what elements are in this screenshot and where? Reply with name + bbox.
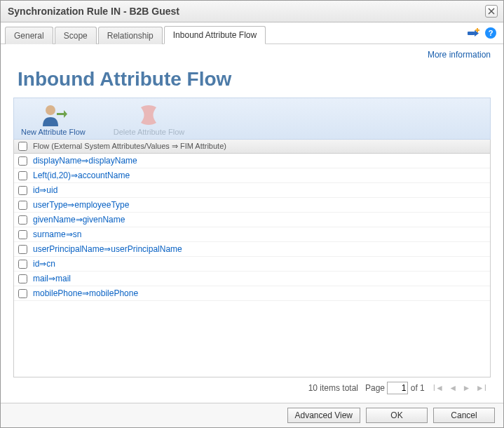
- table-row: givenName⇒givenName: [14, 213, 490, 227]
- last-page-icon[interactable]: ►I: [476, 383, 486, 393]
- close-icon: [488, 8, 495, 15]
- table-row: displayName⇒displayName: [14, 154, 490, 168]
- tab-general[interactable]: General: [5, 27, 53, 44]
- row-checkbox[interactable]: [18, 260, 27, 269]
- toolbar-right-icons: ?: [467, 27, 498, 39]
- table-row: id⇒cn: [14, 257, 490, 272]
- flow-link[interactable]: mail⇒mail: [33, 274, 71, 283]
- prev-page-icon[interactable]: ◄: [449, 383, 457, 393]
- more-info-row: More information: [1, 44, 503, 60]
- dialog-footer: Advanced View OK Cancel: [1, 403, 503, 427]
- tab-inbound-attribute-flow[interactable]: Inbound Attribute Flow: [164, 26, 266, 44]
- table-row: surname⇒sn: [14, 227, 490, 242]
- advanced-view-button[interactable]: Advanced View: [287, 408, 361, 423]
- table-row: mail⇒mail: [14, 272, 490, 286]
- add-icon[interactable]: [467, 28, 481, 38]
- delete-attribute-flow-label: Delete Attribute Flow: [114, 128, 185, 136]
- flow-link[interactable]: Left(id,20)⇒accountName: [33, 170, 130, 180]
- flow-link[interactable]: userType⇒employeeType: [33, 200, 129, 210]
- table-row: userPrincipalName⇒userPrincipalName: [14, 242, 490, 257]
- table-row: mobilePhone⇒mobilePhone: [14, 286, 490, 301]
- window-title: Synchronization Rule IN - B2B Guest: [8, 6, 179, 17]
- page-label: Page: [365, 383, 385, 393]
- page-heading: Inbound Attribute Flow: [13, 60, 491, 98]
- pager-nav: I◄ ◄ ► ►I: [432, 383, 488, 393]
- table-row: Left(id,20)⇒accountName: [14, 168, 490, 183]
- page-of-text: of 1: [411, 383, 425, 393]
- column-header-flow: Flow (External System Attributes/Values …: [33, 142, 226, 151]
- row-checkbox[interactable]: [18, 215, 27, 225]
- close-button[interactable]: [485, 5, 498, 18]
- flow-link[interactable]: displayName⇒displayName: [33, 156, 137, 166]
- more-information-link[interactable]: More information: [428, 50, 491, 60]
- tab-scope[interactable]: Scope: [55, 27, 97, 44]
- cancel-button[interactable]: Cancel: [433, 408, 495, 423]
- delete-x-icon: [137, 102, 161, 128]
- flow-link[interactable]: id⇒cn: [33, 259, 55, 269]
- flow-link[interactable]: id⇒uid: [33, 185, 57, 195]
- select-all-checkbox[interactable]: [18, 142, 27, 151]
- row-checkbox[interactable]: [18, 186, 27, 195]
- page-input[interactable]: [387, 382, 408, 394]
- flow-link[interactable]: givenName⇒givenName: [33, 215, 125, 225]
- next-page-icon[interactable]: ►: [463, 383, 471, 393]
- tabbar-row: General Scope Relationship Inbound Attri…: [1, 22, 503, 44]
- new-attribute-flow-button[interactable]: New Attribute Flow: [21, 102, 86, 136]
- svg-rect-4: [475, 29, 479, 31]
- table-body: displayName⇒displayName Left(id,20)⇒acco…: [13, 154, 491, 377]
- flow-link[interactable]: mobilePhone⇒mobilePhone: [33, 288, 138, 298]
- row-checkbox[interactable]: [18, 201, 27, 210]
- pager: 10 items total Page of 1 I◄ ◄ ► ►I: [13, 377, 491, 400]
- person-icon: [39, 102, 67, 128]
- flow-link[interactable]: userPrincipalName⇒userPrincipalName: [33, 244, 182, 254]
- delete-attribute-flow-button: Delete Attribute Flow: [114, 102, 185, 136]
- row-checkbox[interactable]: [18, 289, 27, 298]
- tabbar: General Scope Relationship Inbound Attri…: [1, 25, 267, 44]
- first-page-icon[interactable]: I◄: [433, 383, 444, 393]
- new-attribute-flow-label: New Attribute Flow: [21, 128, 86, 136]
- row-checkbox[interactable]: [18, 171, 27, 180]
- row-checkbox[interactable]: [18, 274, 27, 283]
- dialog-window: Synchronization Rule IN - B2B Guest Gene…: [0, 0, 504, 428]
- row-checkbox[interactable]: [18, 245, 27, 254]
- svg-rect-2: [468, 32, 475, 35]
- titlebar: Synchronization Rule IN - B2B Guest: [1, 1, 503, 22]
- ok-button[interactable]: OK: [366, 408, 428, 423]
- items-total-text: 10 items total: [308, 383, 358, 393]
- flow-link[interactable]: surname⇒sn: [33, 229, 81, 239]
- help-icon[interactable]: ?: [485, 27, 496, 39]
- tab-relationship[interactable]: Relationship: [98, 27, 163, 44]
- table-row: id⇒uid: [14, 183, 490, 198]
- table-row: userType⇒employeeType: [14, 198, 490, 213]
- table-header: Flow (External System Attributes/Values …: [13, 140, 491, 154]
- content-area: Inbound Attribute Flow New Attribute Flo…: [1, 60, 503, 403]
- svg-point-5: [46, 105, 55, 115]
- row-checkbox[interactable]: [18, 230, 27, 239]
- row-checkbox[interactable]: [18, 156, 27, 166]
- flow-toolbar: New Attribute Flow Delete Attribute Flow: [13, 98, 491, 140]
